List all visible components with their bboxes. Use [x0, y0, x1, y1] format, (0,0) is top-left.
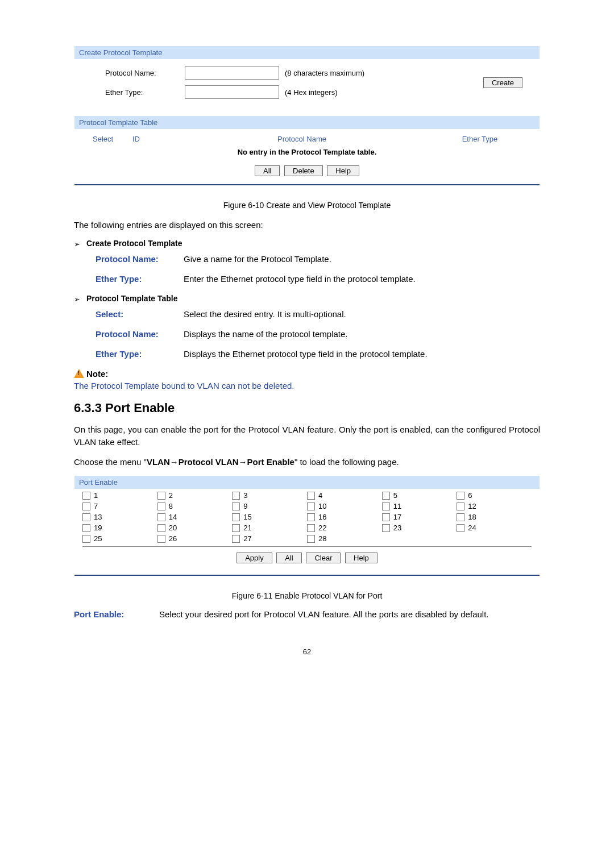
chevron-icon: ➢: [74, 239, 86, 248]
checkbox-icon: [157, 535, 165, 543]
panel-title: Create Protocol Template: [74, 46, 540, 59]
port-checkbox[interactable]: 26: [157, 534, 233, 543]
checkbox-icon: [457, 492, 464, 500]
ether-type-label: Ether Type:: [86, 88, 185, 97]
checkbox-icon: [382, 492, 390, 500]
divider: [74, 184, 540, 185]
port-checkbox[interactable]: 16: [307, 513, 382, 521]
note-label: Note:: [86, 369, 108, 379]
note-heading: Note:: [74, 369, 540, 379]
checkbox-icon: [382, 502, 390, 510]
help-button[interactable]: Help: [345, 553, 377, 563]
port-checkbox[interactable]: 18: [457, 513, 532, 521]
all-button[interactable]: All: [255, 165, 280, 176]
port-checkbox[interactable]: 22: [307, 524, 382, 532]
port-label: 2: [169, 491, 173, 500]
panel-title: Protocol Template Table: [74, 116, 540, 129]
checkbox-icon: [307, 524, 315, 532]
chevron-icon: ➢: [74, 294, 86, 304]
th-id: ID: [132, 135, 178, 143]
checkbox-icon: [82, 502, 90, 510]
port-checkbox[interactable]: 12: [457, 502, 532, 510]
port-checkbox[interactable]: 6: [457, 491, 532, 500]
def-ether-type2-label: Ether Type:: [96, 349, 184, 359]
checkbox-icon: [82, 524, 90, 532]
port-label: 15: [243, 513, 251, 521]
port-label: 6: [468, 491, 472, 500]
port-label: 8: [169, 502, 173, 510]
figure-caption: Figure 6-11 Enable Protocol VLAN for Por…: [74, 591, 540, 600]
no-entry-msg: No entry in the Protocol Template table.: [80, 147, 534, 162]
paragraph-1: On this page, you can enable the port fo…: [74, 423, 540, 449]
checkbox-icon: [457, 524, 464, 532]
port-label: 19: [94, 524, 102, 532]
port-checkbox[interactable]: 7: [82, 502, 157, 510]
port-label: 27: [243, 534, 251, 543]
port-label: 24: [468, 524, 476, 532]
section2-title: Protocol Template Table: [86, 294, 178, 303]
port-checkbox[interactable]: 20: [157, 524, 233, 532]
def-ether-type2-desc: Displays the Ethernet protocol type fiel…: [184, 349, 540, 359]
port-checkbox[interactable]: 21: [232, 524, 307, 532]
paragraph-2: Choose the menu "VLAN→Protocol VLAN→Port…: [74, 456, 540, 469]
def-protocol-name2-label: Protocol Name:: [96, 329, 184, 339]
all-button[interactable]: All: [276, 553, 301, 563]
port-checkbox[interactable]: 23: [382, 524, 457, 532]
port-label: 9: [243, 502, 247, 510]
port-checkbox[interactable]: 13: [82, 513, 157, 521]
def-protocol-name2-desc: Displays the name of the protocol templa…: [184, 329, 540, 339]
protocol-name-hint: (8 characters maximum): [285, 69, 364, 77]
port-checkbox[interactable]: 19: [82, 524, 157, 532]
def-ether-type-desc: Enter the Ethernet protocol type field i…: [184, 274, 540, 284]
checkbox-icon: [382, 513, 390, 521]
checkbox-icon: [307, 502, 315, 510]
checkbox-icon: [457, 502, 464, 510]
port-label: 28: [318, 534, 326, 543]
table-header-row: Select ID Protocol Name Ether Type: [80, 132, 534, 147]
port-checkbox[interactable]: 11: [382, 502, 457, 510]
port-checkbox[interactable]: 9: [232, 502, 307, 510]
port-checkbox[interactable]: 17: [382, 513, 457, 521]
port-label: 12: [468, 502, 476, 510]
divider: [74, 575, 540, 576]
port-checkbox[interactable]: 10: [307, 502, 382, 510]
port-checkbox[interactable]: 4: [307, 491, 382, 500]
port-label: 21: [243, 524, 251, 532]
create-button[interactable]: Create: [483, 77, 522, 88]
warning-icon: [74, 369, 84, 378]
help-button[interactable]: Help: [327, 165, 359, 176]
protocol-name-input[interactable]: [185, 66, 279, 80]
th-protocol-name: Protocol Name: [178, 135, 426, 143]
port-checkbox[interactable]: 15: [232, 513, 307, 521]
p2-a: Choose the menu ": [74, 457, 147, 467]
port-checkbox[interactable]: 28: [307, 534, 382, 543]
checkbox-icon: [307, 513, 315, 521]
ether-type-input[interactable]: [185, 85, 279, 99]
port-checkbox[interactable]: 3: [232, 491, 307, 500]
port-checkbox[interactable]: 27: [232, 534, 307, 543]
create-protocol-template-panel: Create Protocol Template Protocol Name: …: [74, 45, 540, 113]
def-protocol-name-desc: Give a name for the Protocol Template.: [184, 254, 540, 264]
port-enable-label: Port Enable:: [74, 609, 159, 619]
port-grid: 1 2 3 4 5 6 7 8 9 10 11 12 13 14 15 16 1…: [74, 489, 540, 572]
checkbox-icon: [232, 524, 240, 532]
port-checkbox[interactable]: 25: [82, 534, 157, 543]
port-enable-desc: Select your desired port for Protocol VL…: [159, 609, 540, 619]
port-checkbox[interactable]: 14: [157, 513, 233, 521]
port-checkbox[interactable]: 1: [82, 491, 157, 500]
port-label: 5: [393, 491, 397, 500]
def-protocol-name-label: Protocol Name:: [96, 254, 184, 264]
port-checkbox[interactable]: 5: [382, 491, 457, 500]
delete-button[interactable]: Delete: [284, 165, 323, 176]
port-checkbox[interactable]: 24: [457, 524, 532, 532]
checkbox-icon: [232, 492, 240, 500]
apply-button[interactable]: Apply: [237, 553, 272, 563]
port-checkbox[interactable]: 8: [157, 502, 233, 510]
page-number: 62: [74, 647, 540, 656]
port-checkbox[interactable]: 2: [157, 491, 233, 500]
checkbox-icon: [232, 502, 240, 510]
checkbox-icon: [157, 502, 165, 510]
clear-button[interactable]: Clear: [306, 553, 341, 563]
def-select-desc: Select the desired entry. It is multi-op…: [184, 309, 540, 319]
checkbox-icon: [382, 524, 390, 532]
